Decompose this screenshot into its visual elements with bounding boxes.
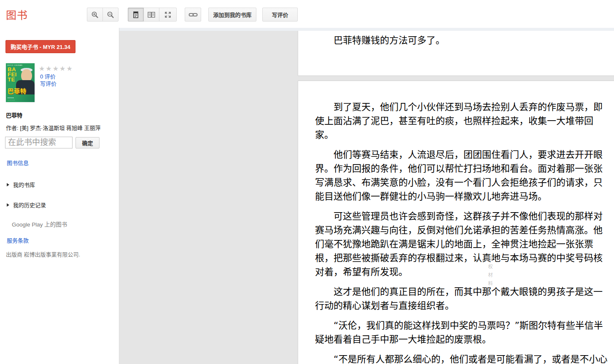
get-link-button[interactable]: [185, 8, 201, 22]
star-icon[interactable]: ★: [59, 65, 66, 72]
fullscreen-icon: [164, 11, 172, 19]
single-page-view-button[interactable]: [128, 8, 144, 22]
star-icon[interactable]: ★: [66, 65, 73, 72]
chevron-right-icon: [7, 203, 9, 207]
search-submit-button[interactable]: 确定: [75, 137, 100, 148]
pane-top-strip: [119, 28, 614, 31]
zoom-out-icon: [107, 11, 114, 19]
star-icon[interactable]: ★: [53, 65, 59, 72]
page-text: 到了夏天，他们几个小伙伴还到马场去捡别人丢弃的作废马票，即 使上面沾满了泥巴，甚…: [298, 81, 614, 364]
write-review-label: 写评价: [272, 11, 288, 19]
zoom-in-button[interactable]: [87, 8, 103, 22]
star-icon[interactable]: ★: [46, 65, 52, 72]
reading-pane: 巴菲特赚钱的方法可多了。 到了夏天，他们几个小伙伴还到马场去捡别人丢弃的作废马票…: [119, 28, 614, 364]
book-page-previous: 巴菲特赚钱的方法可多了。: [298, 31, 614, 76]
zoom-out-button[interactable]: [102, 8, 118, 22]
search-in-book-input[interactable]: [5, 137, 73, 148]
book-paragraph: 到了夏天，他们几个小伙伴还到马场去捡别人丢弃的作废马票，即 使上面沾满了泥巴，甚…: [315, 100, 614, 142]
search-submit-label: 确定: [82, 139, 93, 147]
book-title: 巴菲特: [6, 111, 22, 119]
buy-ebook-label: 购买电子书 - MYR 21.34: [11, 43, 70, 51]
book-paragraph: 这才是他们的真正目的所在，而其中那个戴大眼镜的男孩子是这一 行动的精心谋划者与直…: [315, 285, 614, 313]
toolbar: 图书: [0, 0, 614, 28]
publisher-label: 出版商 崧博出版事業有限公司.: [6, 250, 80, 258]
sidebar-item-my-library[interactable]: 我的书库: [7, 181, 35, 189]
book-info-link[interactable]: 图书信息: [7, 159, 29, 167]
google-play-books-label[interactable]: Google Play 上的图书: [12, 220, 67, 228]
google-books-reader: { "header": { "logo": "图书", "toolbar": {…: [0, 0, 614, 364]
star-icon[interactable]: ★: [39, 65, 46, 72]
zoom-in-icon: [91, 11, 99, 19]
my-library-label: 我的书库: [13, 181, 35, 189]
star-rating[interactable]: ★★★★★: [39, 65, 73, 73]
cover-foot-text: ■ ■ ■ ■ ■— — — —: [8, 97, 15, 101]
sidebar: 购买电子书 - MYR 21.34 GUOJI CHUBAN BA FEI TE…: [0, 28, 119, 364]
book-page-current: 到了夏天，他们几个小伙伴还到马场去捡别人丢弃的作废马票，即 使上面沾满了泥巴，甚…: [298, 81, 614, 364]
write-review-button[interactable]: 写评价: [262, 8, 298, 22]
cover-letters: BA FEI TE: [8, 67, 17, 82]
terms-of-service-link[interactable]: 服务条款: [7, 236, 29, 244]
write-review-link[interactable]: 写评价: [40, 79, 57, 87]
cover-title: 巴菲特: [8, 86, 27, 95]
link-icon: [189, 12, 198, 18]
fullscreen-button[interactable]: [159, 8, 177, 22]
sidebar-item-my-history[interactable]: 我的历史记录: [7, 201, 46, 209]
books-logo[interactable]: 图书: [6, 7, 28, 22]
book-paragraph: 巴菲特赚钱的方法可多了。: [298, 31, 614, 47]
add-to-library-label: 添加到我的书库: [213, 11, 251, 19]
book-paragraph: “不是所有人都那么细心的，他们或者是可能看漏了，或者是不小心: [315, 352, 614, 364]
book-cover: GUOJI CHUBAN BA FEI TE 巴菲特 ■ ■ ■ ■ ■— — …: [6, 63, 35, 102]
book-author: 作者: [美] 罗杰·洛温斯坦 蒋旭峰 王丽萍: [6, 124, 116, 132]
view-mode-button-group: [128, 8, 177, 22]
my-history-label: 我的历史记录: [13, 201, 46, 209]
zoom-button-group: [87, 8, 118, 22]
buy-ebook-button[interactable]: 购买电子书 - MYR 21.34: [5, 40, 75, 53]
book-paragraph: “沃伦，我们真的能这样找到中奖的马票吗？”斯图尔特有些半信半 疑地看着自己手中那…: [315, 318, 614, 346]
two-page-view-icon: [147, 11, 156, 19]
book-paragraph: 他们等赛马结束，人流退尽后，团团围住看门人，要求进去开开眼 界。作为回报的条件，…: [315, 148, 614, 203]
copyright-watermark: 版权材料: [487, 256, 493, 289]
add-to-library-button[interactable]: 添加到我的书库: [208, 8, 256, 22]
single-page-view-icon: [132, 11, 140, 19]
book-paragraph: 可这些管理员也许会感到奇怪，这群孩子并不像他们表现的那样对 赛马场充满兴趣与向往…: [315, 209, 614, 279]
two-page-view-button[interactable]: [143, 8, 159, 22]
chevron-right-icon: [7, 183, 9, 186]
